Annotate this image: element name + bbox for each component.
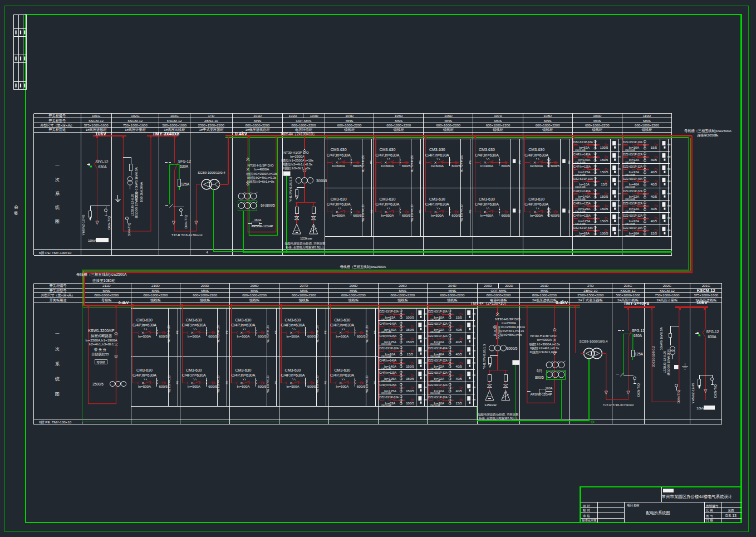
svg-text:In=140A: In=140A — [384, 328, 396, 331]
svg-text:开关柜编号: 开关柜编号 — [48, 114, 66, 118]
svg-text:母线槽（三相五线制)Icw2500A: 母线槽（三相五线制)Icw2500A — [340, 265, 386, 269]
svg-text:In=600A: In=600A — [332, 164, 346, 168]
svg-text:1#低压进线总柜: 1#低压进线总柜 — [245, 128, 270, 132]
svg-text:PE: PE — [225, 330, 228, 334]
svg-text:JDZ10-10B-0.2: JDZ10-10B-0.2 — [652, 346, 655, 367]
svg-text:CM3-630: CM3-630 — [380, 148, 396, 152]
svg-text:DZ2-63/1P-10A: DZ2-63/1P-10A — [428, 310, 448, 313]
svg-text:PE: PE — [424, 325, 427, 328]
svg-text:750×1000×1600: 750×1000×1600 — [123, 124, 148, 127]
svg-text:SFG-12: SFG-12 — [178, 159, 191, 163]
svg-text:40/5: 40/5 — [651, 219, 657, 223]
svg-text:比 例: 比 例 — [706, 509, 713, 512]
svg-text:100/5: 100/5 — [600, 232, 608, 235]
svg-text:PE: PE — [469, 210, 472, 213]
svg-text:In=500A: In=500A — [431, 213, 444, 217]
svg-text:统: 统 — [55, 377, 60, 382]
svg-text:DZ2-63/1P-10A: DZ2-63/1P-10A — [623, 226, 642, 230]
svg-text:In=600A: In=600A — [431, 164, 444, 168]
svg-text:100/5: 100/5 — [406, 402, 414, 405]
svg-text:630A: 630A — [708, 335, 717, 339]
svg-text:600×1000×2200: 600×1000×2200 — [486, 124, 510, 127]
svg-text:MNS: MNS — [643, 119, 651, 123]
svg-text:TJ7-R T/16-3×70mm²: TJ7-R T/16-3×70mm² — [171, 233, 203, 237]
svg-text:800/5: 800/5 — [535, 375, 544, 379]
svg-text:DZ2-63/1P-32A: DZ2-63/1P-32A — [428, 359, 448, 362]
svg-text:600/5: 600/5 — [258, 334, 267, 338]
svg-text:III脱扣:Ir3=6Ir1,t=0s: III脱扣:Ir3=6Ir1,t=0s — [529, 350, 557, 354]
svg-text:PE: PE — [667, 180, 671, 183]
svg-text:40/5: 40/5 — [456, 340, 462, 344]
svg-text:开关柜用途: 开关柜用途 — [48, 128, 66, 132]
svg-text:2500×1500×2200: 2500×1500×2200 — [577, 294, 604, 297]
svg-text:馈线柜: 馈线柜 — [393, 128, 404, 131]
svg-text:211D: 211D — [102, 284, 111, 287]
svg-text:600/5: 600/5 — [258, 384, 267, 388]
svg-text:150/5: 150/5 — [406, 389, 414, 393]
svg-text:YH5WZ-17/45: YH5WZ-17/45 — [82, 215, 85, 236]
svg-text:LZZBJ9-12-0.25: LZZBJ9-12-0.25 — [663, 351, 666, 373]
svg-text:4: 4 — [207, 251, 208, 254]
svg-text:带 失 分: 带 失 分 — [94, 348, 106, 352]
svg-text:馈线柜: 馈线柜 — [199, 298, 210, 302]
svg-text:C/4P,In=630A: C/4P,In=630A — [327, 202, 351, 206]
svg-text:PE: PE — [618, 229, 621, 232]
svg-text:6只800/5: 6只800/5 — [261, 203, 275, 207]
svg-text:DZ2-63/1P-32A: DZ2-63/1P-32A — [623, 165, 642, 168]
svg-text:DZ2-63/1P-63A: DZ2-63/1P-63A — [573, 226, 593, 230]
svg-text:馈线柜: 馈线柜 — [446, 298, 458, 302]
svg-text:2TD: 2TD — [587, 284, 594, 287]
svg-text:In=125A: In=125A — [384, 340, 396, 344]
svg-text:150/5: 150/5 — [406, 377, 414, 380]
svg-text:KSCM-12: KSCM-12 — [127, 119, 143, 123]
svg-text:750×1000×1600: 750×1000×1600 — [655, 294, 680, 297]
svg-text:MNS: MNS — [300, 289, 308, 292]
svg-text:PE: PE — [274, 330, 277, 334]
svg-text:III脱扣:Ir3=6Ir1,t=0s: III脱扣:Ir3=6Ir1,t=0s — [282, 166, 311, 170]
svg-text:In=32A: In=32A — [629, 195, 640, 198]
svg-text:图 号: 图 号 — [706, 514, 713, 518]
svg-text:馈线柜: 馈线柜 — [591, 128, 602, 131]
svg-text:600/5: 600/5 — [551, 164, 560, 168]
svg-text:馈线柜: 馈线柜 — [542, 128, 553, 131]
svg-text:MNS: MNS — [152, 289, 160, 292]
svg-text:123kvar: 123kvar — [300, 236, 312, 240]
svg-text:600/5: 600/5 — [451, 213, 460, 217]
svg-text:配电所系统图: 配电所系统图 — [646, 510, 670, 515]
svg-text:40/5: 40/5 — [456, 353, 462, 356]
svg-text:PE: PE — [667, 143, 671, 146]
svg-text:6排 PE: TMY-100×10: 6排 PE: TMY-100×10 — [39, 420, 72, 424]
svg-text:600×1000×2200: 600×1000×2200 — [242, 294, 267, 297]
svg-text:PE: PE — [225, 381, 228, 384]
svg-text:Ir2=4Ir1,Ir3=8Ir1: Ir2=4Ir1,Ir3=8Ir1 — [89, 342, 114, 346]
svg-text:母线槽（三相五线制)Icw2500A: 母线槽（三相五线制)Icw2500A — [684, 129, 732, 133]
svg-text:6排 PE: TMY-100×10: 6排 PE: TMY-100×10 — [39, 251, 72, 255]
svg-text:10kV: 10kV — [696, 300, 708, 305]
svg-text:In=32A: In=32A — [434, 365, 444, 368]
svg-text:In=500A: In=500A — [188, 334, 201, 338]
svg-text:SFG-12: SFG-12 — [706, 330, 719, 334]
svg-text:PE: PE — [424, 313, 427, 315]
svg-text:PE: PE — [618, 168, 621, 170]
svg-text:一: 一 — [55, 163, 60, 168]
svg-text:In=140A: In=140A — [578, 158, 591, 162]
svg-text:日 期: 日 期 — [706, 519, 713, 522]
svg-text:C/4P,In=630A: C/4P,In=630A — [475, 153, 499, 157]
svg-text:MNS: MNS — [350, 289, 357, 292]
svg-text:In=500A: In=500A — [237, 334, 250, 338]
svg-text:C/4P,In=630A: C/4P,In=630A — [281, 323, 305, 327]
svg-text:203G: 203G — [624, 284, 632, 287]
svg-text:DZ2-63/1P-32A: DZ2-63/1P-32A — [623, 189, 642, 193]
svg-text:抽屉式断路器: 抽屉式断路器 — [91, 334, 112, 338]
svg-text:210D: 210D — [151, 284, 160, 287]
svg-text:MNS: MNS — [254, 119, 262, 123]
svg-text:DXN-T/Q: DXN-T/Q — [677, 390, 680, 403]
svg-text:DZ2-63/1P-32A: DZ2-63/1P-32A — [623, 214, 642, 217]
svg-text:15/5: 15/5 — [407, 353, 413, 356]
svg-text:160A: 160A — [545, 387, 552, 390]
svg-text:馈线柜: 馈线柜 — [641, 128, 652, 131]
svg-text:106D: 106D — [444, 114, 453, 118]
svg-text:201G: 201G — [702, 284, 710, 287]
svg-text:In=4000A: In=4000A — [537, 338, 553, 341]
svg-text:C/4P,In=125A: C/4P,In=125A — [379, 383, 396, 387]
